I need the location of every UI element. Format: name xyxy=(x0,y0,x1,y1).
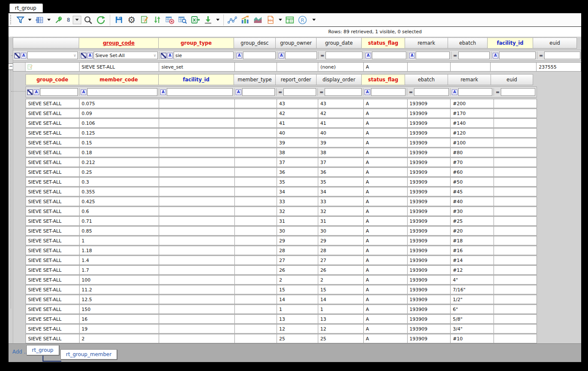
cell[interactable]: 27 xyxy=(318,256,364,265)
filter-input[interactable] xyxy=(285,53,317,58)
cell[interactable] xyxy=(235,197,277,206)
cell[interactable]: A xyxy=(364,99,408,108)
cell[interactable]: 1 xyxy=(318,305,364,313)
column-header-euid[interactable]: euid xyxy=(533,37,577,49)
cell[interactable] xyxy=(235,325,277,333)
text-match-icon[interactable]: A xyxy=(34,89,39,95)
column-header-group_type[interactable]: group_type xyxy=(158,37,234,49)
navigator-tab-rt-group-member[interactable]: rt_group_member xyxy=(60,349,117,359)
filter-dropdown-icon[interactable] xyxy=(28,19,31,21)
edit-record-icon[interactable] xyxy=(27,64,33,70)
cell[interactable] xyxy=(491,63,537,71)
cell[interactable]: 0.425 xyxy=(80,197,160,206)
filter-input[interactable] xyxy=(284,89,316,95)
cell[interactable]: SIEVE SET-ALL xyxy=(26,246,80,255)
cell[interactable] xyxy=(235,168,277,176)
cell[interactable]: SIEVE SET-ALL xyxy=(26,129,80,137)
cell[interactable] xyxy=(494,334,537,343)
cell[interactable]: 193909 xyxy=(408,266,451,274)
cell[interactable]: 37 xyxy=(277,158,318,167)
cell[interactable]: 37 xyxy=(318,158,364,167)
cell[interactable]: #25 xyxy=(451,217,494,225)
cell[interactable]: 237555 xyxy=(537,63,581,71)
column-header-member_code[interactable]: member_code xyxy=(79,74,159,85)
equals-operator-icon[interactable]: = xyxy=(453,53,457,58)
column-header-facility_id[interactable]: facility_id xyxy=(158,74,234,85)
cell[interactable]: 2 xyxy=(277,276,318,284)
filter-toggle-icon[interactable] xyxy=(81,53,86,58)
cell[interactable]: sieve_set xyxy=(159,63,235,71)
filter-input[interactable] xyxy=(88,89,157,95)
filter-input[interactable] xyxy=(243,53,275,58)
filter-input[interactable] xyxy=(500,53,535,58)
cell[interactable]: A xyxy=(364,285,408,294)
cell[interactable]: SIEVE SET-ALL xyxy=(26,187,80,196)
cell[interactable]: 15 xyxy=(277,285,318,294)
row-selector[interactable] xyxy=(13,63,26,71)
cell[interactable]: A xyxy=(364,178,408,186)
cell[interactable]: 3/4" xyxy=(451,325,494,333)
cell[interactable] xyxy=(159,227,235,235)
cell[interactable]: 193909 xyxy=(408,119,451,127)
cell[interactable] xyxy=(159,295,235,304)
combo-chevron-icon[interactable]: ∨ xyxy=(72,53,77,58)
cell[interactable] xyxy=(159,334,235,343)
column-header-status_flag[interactable]: status_flag xyxy=(361,74,405,85)
cell[interactable]: 193909 xyxy=(408,217,451,225)
navigator-tab-rt-group[interactable]: rt_group xyxy=(26,345,59,355)
cell[interactable]: SIEVE SET-ALL xyxy=(26,256,80,265)
cell[interactable]: 1.4 xyxy=(80,256,160,265)
cell[interactable]: #170 xyxy=(451,109,494,118)
filter-input[interactable] xyxy=(243,89,274,95)
text-match-icon[interactable]: A xyxy=(409,53,415,58)
cell[interactable]: 0.106 xyxy=(80,119,160,127)
column-header-remark[interactable]: remark xyxy=(448,74,491,85)
cell[interactable]: 40 xyxy=(277,129,318,137)
cell[interactable]: 29 xyxy=(318,236,364,245)
cell[interactable]: A xyxy=(364,334,408,343)
column-header-display_order[interactable]: display_order xyxy=(316,74,362,85)
filter-input[interactable] xyxy=(371,89,405,95)
freeze-columns-button[interactable] xyxy=(34,14,45,26)
cell[interactable]: 26 xyxy=(318,266,364,274)
cell[interactable]: 34 xyxy=(318,187,364,196)
cell[interactable]: 35 xyxy=(318,178,364,186)
text-match-icon[interactable]: A xyxy=(81,89,86,95)
sort-button[interactable] xyxy=(151,14,163,26)
filter-input[interactable] xyxy=(94,53,152,58)
column-header-group_code[interactable]: group_code xyxy=(26,74,79,85)
cell[interactable] xyxy=(408,63,451,71)
equals-operator-icon[interactable]: = xyxy=(320,53,325,58)
cell[interactable] xyxy=(159,217,235,225)
cell[interactable] xyxy=(494,276,537,284)
filter-toggle-icon[interactable] xyxy=(161,53,166,58)
filter-input[interactable] xyxy=(459,53,489,58)
cell[interactable]: 19 xyxy=(80,325,160,333)
cell[interactable] xyxy=(235,246,277,255)
cell[interactable]: 12.5 xyxy=(80,295,160,304)
cell[interactable]: SIEVE SET-ALL xyxy=(26,285,80,294)
cell[interactable] xyxy=(494,207,537,216)
filter-input[interactable] xyxy=(28,53,72,58)
cell[interactable]: 193909 xyxy=(408,285,451,294)
cell[interactable] xyxy=(235,305,277,313)
cell[interactable]: 0.3 xyxy=(80,178,160,186)
cell[interactable] xyxy=(235,236,277,245)
cell[interactable]: 39 xyxy=(277,138,318,147)
cell[interactable]: 11.2 xyxy=(80,285,160,294)
cell[interactable]: 0.71 xyxy=(80,217,160,225)
filter-input[interactable] xyxy=(501,89,535,95)
cell[interactable]: A xyxy=(364,305,408,313)
cell[interactable]: 43 xyxy=(318,99,364,108)
cell[interactable]: A xyxy=(364,295,408,304)
cell[interactable]: A xyxy=(364,158,408,167)
filter-input[interactable] xyxy=(372,53,406,58)
rdl-report-button[interactable]: RDL xyxy=(265,14,277,26)
cell[interactable]: 0.075 xyxy=(80,99,160,108)
cell[interactable]: 0.355 xyxy=(80,187,160,196)
cell[interactable]: A xyxy=(364,129,408,137)
cell[interactable] xyxy=(159,99,235,108)
cell[interactable]: 1 xyxy=(80,236,160,245)
cell[interactable]: 14 xyxy=(277,295,318,304)
cell[interactable] xyxy=(159,256,235,265)
